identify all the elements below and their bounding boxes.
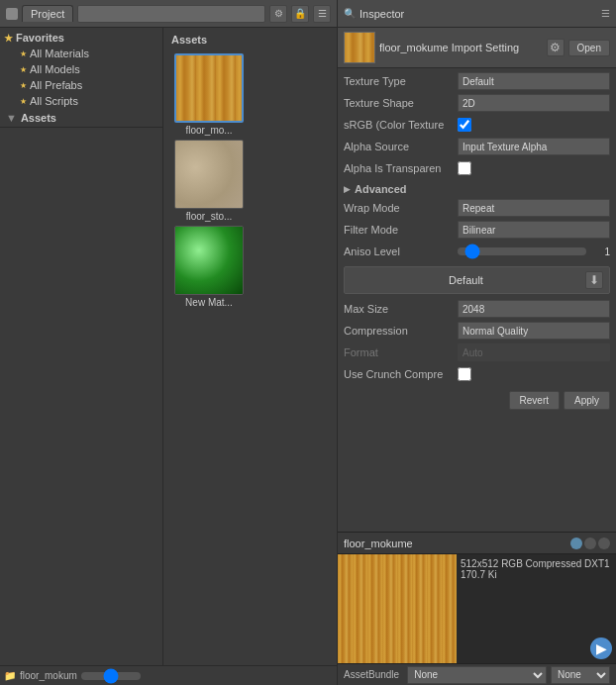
asset-label-floor-sto: floor_sto... <box>186 211 233 222</box>
texture-type-select[interactable]: Default <box>458 72 610 90</box>
srgb-row: sRGB (Color Texture <box>344 116 610 134</box>
asset-thumb-material[interactable] <box>174 226 244 295</box>
use-crunch-label: Use Crunch Compre <box>344 368 458 380</box>
inspector-menu-icon[interactable]: ☰ <box>601 8 610 19</box>
aniso-value: 1 <box>590 246 610 257</box>
texture-shape-select[interactable]: 2D <box>458 94 610 112</box>
revert-button[interactable]: Revert <box>509 391 560 410</box>
default-label: Default <box>351 274 581 286</box>
sidebar-item-all-prefabs[interactable]: ★ All Prefabs <box>0 77 162 93</box>
sidebar-label4: All Scripts <box>30 95 78 107</box>
search-input[interactable] <box>77 5 265 23</box>
advanced-section[interactable]: ▶ Advanced <box>344 183 610 195</box>
max-size-label: Max Size <box>344 303 458 315</box>
preview-texture-display <box>338 554 457 663</box>
asset-title-thumb <box>344 32 375 63</box>
inspector-tab-label[interactable]: Inspector <box>359 8 404 20</box>
srgb-checkbox[interactable] <box>458 118 471 132</box>
max-size-select[interactable]: 2048 <box>458 300 610 318</box>
assets-header: Assets <box>167 32 333 48</box>
sidebar-label: All Materials <box>30 48 89 59</box>
sidebar-item-all-models[interactable]: ★ All Models <box>0 61 162 77</box>
preview-dot-2[interactable] <box>584 538 596 549</box>
texture-type-row: Texture Type Default <box>344 72 610 90</box>
asset-label-new-mat: New Mat... <box>185 297 233 308</box>
inspector-body: Texture Type Default Texture Shape 2D sR… <box>338 68 616 532</box>
wrap-mode-select[interactable]: Repeat <box>458 199 610 217</box>
asset-thumb-stone[interactable] <box>174 140 244 209</box>
assets-section-header[interactable]: ▼ Assets <box>0 109 162 128</box>
texture-type-label: Texture Type <box>344 75 458 87</box>
star-icon-sm3: ★ <box>20 81 27 90</box>
inspector-title-bar: floor_mokume Import Setting ⚙ Open <box>338 28 616 68</box>
asset-bundle-row: AssetBundle None None <box>338 663 616 685</box>
asset-thumb-wood[interactable] <box>174 53 244 123</box>
star-icon: ★ <box>4 33 13 44</box>
asset-bundle-select-2[interactable]: None <box>551 666 610 684</box>
sidebar-item-all-scripts[interactable]: ★ All Scripts <box>0 93 162 109</box>
preview-panel: floor_mokume 512x512 RGB Compressed DXT1… <box>338 532 616 685</box>
gear-button[interactable]: ⚙ <box>547 39 565 56</box>
settings-button[interactable]: ⚙ <box>269 5 287 23</box>
compression-row: Compression Normal Quality <box>344 322 610 340</box>
assets-grid: floor_mo... floor_sto... New Mat... <box>167 51 333 310</box>
texture-shape-label: Texture Shape <box>344 97 458 109</box>
sidebar-label3: All Prefabs <box>30 79 82 91</box>
asset-title-text: floor_mokume Import Setting <box>379 42 543 53</box>
preview-content: 512x512 RGB Compressed DXT1 170.7 Ki ▶ <box>338 554 616 663</box>
alpha-source-control: Input Texture Alpha <box>458 138 610 155</box>
apply-button[interactable]: Apply <box>564 391 610 410</box>
menu-button[interactable]: ☰ <box>313 5 331 23</box>
bottom-bar: 📁 floor_mokum <box>0 665 337 685</box>
preview-info-wrapper: 512x512 RGB Compressed DXT1 170.7 Ki ▶ <box>457 554 616 663</box>
action-row: Revert Apply <box>344 387 610 414</box>
star-icon-sm2: ★ <box>20 65 27 74</box>
preview-info: 512x512 RGB Compressed DXT1 170.7 Ki <box>457 554 616 584</box>
preview-header: floor_mokume <box>338 533 616 554</box>
compression-label: Compression <box>344 325 458 337</box>
preview-dot-3[interactable] <box>598 538 610 549</box>
inspector-header: 🔍 Inspector ☰ <box>338 0 616 28</box>
preview-dot-1[interactable] <box>570 538 582 549</box>
aniso-slider[interactable] <box>458 247 586 255</box>
asset-item-new-mat[interactable]: New Mat... <box>169 226 249 308</box>
project-header: Project ⚙ 🔒 ☰ <box>0 0 337 28</box>
assets-section-label: Assets <box>21 112 56 124</box>
left-panel: Project ⚙ 🔒 ☰ ★ Favorites ★ All Material… <box>0 0 337 685</box>
sidebar-item-favorites[interactable]: ★ Favorites <box>0 30 162 46</box>
lock-button[interactable]: 🔒 <box>291 5 309 23</box>
open-button[interactable]: Open <box>568 40 610 56</box>
asset-item-floor-stone[interactable]: floor_sto... <box>169 140 249 222</box>
filter-mode-select[interactable]: Bilinear <box>458 221 610 239</box>
compression-select[interactable]: Normal Quality <box>458 322 610 340</box>
project-tab[interactable]: Project <box>22 5 73 22</box>
use-crunch-checkbox[interactable] <box>458 367 471 381</box>
download-button[interactable]: ⬇ <box>585 271 603 289</box>
format-label: Format <box>344 346 458 358</box>
asset-label-floor-mo: floor_mo... <box>185 125 232 136</box>
texture-shape-control: 2D <box>458 94 610 112</box>
sidebar-item-all-materials[interactable]: ★ All Materials <box>0 46 162 61</box>
asset-bundle-label: AssetBundle <box>344 669 399 680</box>
alpha-transparent-label: Alpha Is Transparen <box>344 162 458 174</box>
alpha-source-label: Alpha Source <box>344 141 458 152</box>
wrap-mode-control: Repeat <box>458 199 610 217</box>
texture-type-control: Default <box>458 72 610 90</box>
use-crunch-row: Use Crunch Compre <box>344 365 610 383</box>
left-content: ★ Favorites ★ All Materials ★ All Models… <box>0 28 337 665</box>
star-icon-sm4: ★ <box>20 97 27 106</box>
preview-controls <box>570 538 610 549</box>
wrap-mode-label: Wrap Mode <box>344 202 458 214</box>
alpha-source-row: Alpha Source Input Texture Alpha <box>344 138 610 155</box>
alpha-source-select[interactable]: Input Texture Alpha <box>458 138 610 155</box>
alpha-transparent-checkbox[interactable] <box>458 161 471 175</box>
bottom-folder-icon: 📁 <box>4 670 16 681</box>
wood-texture-preview <box>176 55 242 121</box>
aniso-row: Aniso Level 1 <box>344 243 610 260</box>
zoom-slider[interactable] <box>81 672 141 680</box>
bottom-path: floor_mokum <box>20 670 77 681</box>
asset-bundle-select-1[interactable]: None <box>407 666 547 684</box>
asset-item-floor-mokume[interactable]: floor_mo... <box>169 53 249 136</box>
preview-forward-button[interactable]: ▶ <box>590 637 612 659</box>
green-sphere-preview <box>175 227 243 294</box>
